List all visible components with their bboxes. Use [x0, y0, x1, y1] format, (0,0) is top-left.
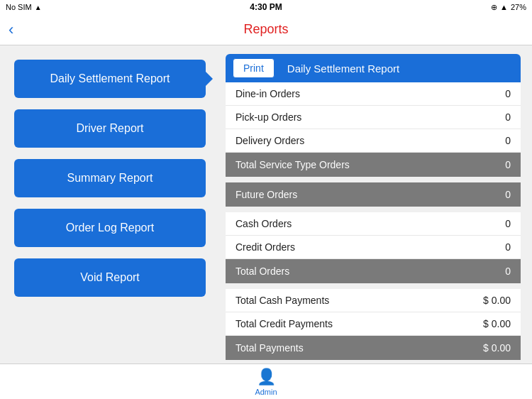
tab-bar: 👤 Admin	[0, 364, 532, 399]
status-right: ⊕ ▲ 27%	[491, 3, 526, 12]
carrier-label: No SIM	[6, 3, 32, 11]
table-row: Delivery Orders 0	[226, 129, 521, 153]
spacer	[226, 283, 521, 289]
page-title: Reports	[243, 22, 288, 37]
main-content: Daily Settlement Report Driver Report Su…	[0, 45, 532, 364]
table-row: Credit Orders 0	[226, 236, 521, 259]
row-label: Dine-in Orders	[235, 88, 300, 99]
admin-label: Admin	[255, 388, 277, 396]
total-payments-label: Total Payments	[235, 342, 304, 354]
future-orders-row: Future Orders 0	[226, 182, 521, 207]
table-row: Pick-up Orders 0	[226, 106, 521, 129]
row-label: Total Credit Payments	[235, 318, 333, 329]
nav-bar: ‹ Reports	[0, 14, 532, 45]
report-title: Daily Settlement Report	[282, 57, 405, 80]
total-orders-row: Total Orders 0	[226, 259, 521, 283]
back-button[interactable]: ‹	[9, 21, 13, 39]
row-value: 0	[505, 88, 511, 99]
table-row: Dine-in Orders 0	[226, 82, 521, 106]
report-body: Dine-in Orders 0 Pick-up Orders 0 Delive…	[226, 82, 521, 360]
status-bar: No SIM ▲ 4:30 PM ⊕ ▲ 27%	[0, 0, 532, 14]
table-row: Total Cash Payments $ 0.00	[226, 289, 521, 312]
total-label: Total Service Type Orders	[235, 159, 350, 170]
signal-icon: ▲	[35, 4, 42, 11]
table-row: Cash Orders 0	[226, 212, 521, 236]
wifi-icon: ▲	[500, 3, 508, 11]
status-time: 4:30 PM	[250, 2, 282, 12]
location-icon: ⊕	[491, 3, 497, 12]
total-payments-row: Total Payments $ 0.00	[226, 336, 521, 360]
sidebar: Daily Settlement Report Driver Report Su…	[0, 45, 220, 364]
sidebar-btn-summary-report[interactable]: Summary Report	[14, 159, 206, 197]
report-header: Print Daily Settlement Report	[226, 54, 521, 82]
row-label: Total Cash Payments	[235, 295, 329, 306]
row-label: Cash Orders	[235, 218, 292, 229]
total-value: 0	[505, 159, 511, 170]
row-value: 0	[505, 241, 511, 253]
total-payments-value: $ 0.00	[483, 342, 511, 354]
sidebar-btn-void-report[interactable]: Void Report	[14, 258, 206, 297]
back-icon: ‹	[9, 21, 13, 39]
total-orders-label: Total Orders	[235, 266, 289, 277]
sidebar-btn-driver-report[interactable]: Driver Report	[14, 109, 206, 148]
admin-icon: 👤	[257, 368, 276, 386]
total-orders-value: 0	[505, 266, 511, 277]
row-label: Pick-up Orders	[235, 111, 301, 123]
row-label: Credit Orders	[235, 241, 295, 253]
status-left: No SIM ▲	[6, 3, 42, 11]
future-value: 0	[505, 189, 511, 200]
print-button[interactable]: Print	[233, 58, 275, 78]
row-value: $ 0.00	[483, 318, 511, 329]
sidebar-btn-order-log-report[interactable]: Order Log Report	[14, 209, 206, 247]
row-label: Delivery Orders	[235, 135, 304, 146]
row-value: 0	[505, 135, 511, 146]
future-label: Future Orders	[235, 189, 297, 200]
row-value: 0	[505, 111, 511, 123]
sidebar-btn-daily-settlement[interactable]: Daily Settlement Report	[14, 60, 206, 98]
spacer	[226, 177, 521, 182]
report-panel: Print Daily Settlement Report Dine-in Or…	[220, 45, 532, 364]
row-value: 0	[505, 218, 511, 229]
battery-label: 27%	[511, 3, 526, 11]
row-value: $ 0.00	[483, 295, 511, 306]
spacer	[226, 207, 521, 212]
total-service-type-row: Total Service Type Orders 0	[226, 153, 521, 177]
table-row: Total Credit Payments $ 0.00	[226, 312, 521, 336]
